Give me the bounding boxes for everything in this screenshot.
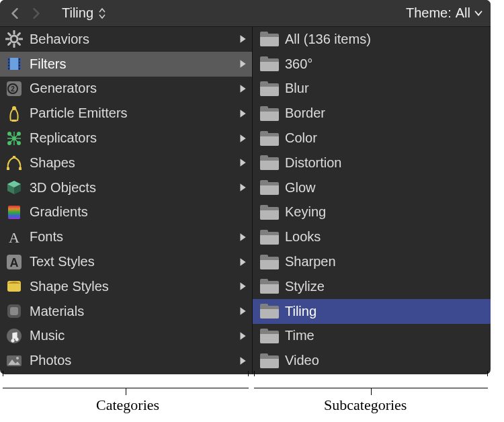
category-row-particle-emitters[interactable]: Particle Emitters	[0, 101, 252, 126]
subcategory-row-tiling[interactable]: Tiling	[253, 299, 491, 324]
disclosure-triangle-icon	[239, 183, 247, 192]
svg-rect-15	[11, 120, 17, 122]
disclosure-triangle-icon	[239, 34, 247, 44]
subcategory-row-all[interactable]: All (136 items)	[253, 27, 491, 52]
subcategory-label: Time	[285, 328, 485, 343]
category-label: Behaviors	[30, 32, 233, 47]
svg-rect-23	[13, 156, 15, 159]
disclosure-triangle-icon	[239, 59, 247, 69]
disclosure-triangle-icon	[239, 306, 247, 316]
theme-dropdown[interactable]: Theme: All	[406, 5, 482, 21]
category-row-gradients[interactable]: Gradients	[0, 200, 252, 225]
breadcrumb[interactable]: Tiling	[62, 5, 106, 21]
category-label: Replicators	[30, 130, 233, 146]
folder-icon	[259, 227, 280, 247]
svg-point-0	[11, 36, 17, 42]
category-label: Generators	[30, 81, 233, 96]
disclosure-triangle-icon	[239, 257, 247, 267]
disclosure-triangle-icon	[239, 158, 247, 167]
subcategory-label: Blur	[285, 81, 485, 96]
category-row-materials[interactable]: Materials	[0, 299, 252, 324]
subcategory-label: Glow	[285, 180, 485, 196]
folder-icon	[259, 301, 280, 321]
category-row-fonts[interactable]: AFonts	[0, 224, 252, 249]
category-row-shape-styles[interactable]: Shape Styles	[0, 274, 252, 299]
material-icon	[4, 301, 24, 321]
folder-icon	[259, 202, 280, 222]
category-label: Materials	[30, 304, 233, 319]
subcategory-row-glow[interactable]: Glow	[253, 175, 491, 200]
category-label: Shape Styles	[30, 279, 233, 294]
music-icon	[4, 326, 24, 346]
text-style-icon: A	[4, 252, 24, 272]
back-button[interactable]	[4, 3, 26, 24]
category-label: 3D Objects	[30, 180, 233, 196]
categories-bracket	[3, 376, 249, 388]
subcategory-row-distortion[interactable]: Distortion	[253, 151, 491, 175]
subcategory-label: Border	[285, 106, 485, 121]
folder-icon	[259, 326, 280, 346]
category-row-text-styles[interactable]: AText Styles	[0, 249, 252, 274]
shape-icon	[4, 153, 24, 173]
subcategory-row-looks[interactable]: Looks	[253, 224, 491, 249]
disclosure-triangle-icon	[239, 356, 247, 366]
category-row-music[interactable]: Music	[0, 324, 252, 349]
font-a-icon: A	[4, 227, 24, 247]
numbered-icon: 2	[4, 79, 24, 99]
updown-icon	[99, 8, 106, 19]
category-row-generators[interactable]: 2Generators	[0, 77, 252, 101]
subcategory-row-blur[interactable]: Blur	[253, 77, 491, 101]
folder-icon	[259, 351, 280, 371]
subcategory-row-time[interactable]: Time	[253, 324, 491, 349]
cube-icon	[4, 177, 24, 198]
svg-rect-2	[10, 58, 18, 70]
subcategory-row-sharpen[interactable]: Sharpen	[253, 249, 491, 274]
folder-icon	[259, 177, 280, 198]
toolbar: Tiling Theme: All	[0, 0, 491, 27]
breadcrumb-label: Tiling	[62, 5, 93, 21]
gradient-icon	[4, 202, 24, 222]
folder-icon	[259, 103, 280, 124]
subcategories-annotation: Subcategories	[324, 396, 407, 414]
folder-icon	[259, 276, 280, 296]
subcategory-label: Tiling	[285, 304, 485, 319]
folder-icon	[259, 79, 280, 99]
shape-style-icon	[4, 276, 24, 296]
subcategory-row-stylize[interactable]: Stylize	[253, 274, 491, 299]
subcategory-label: Color	[285, 130, 485, 146]
category-label: Text Styles	[30, 254, 233, 269]
category-row-replicators[interactable]: Replicators	[0, 126, 252, 151]
category-row-3d-objects[interactable]: 3D Objects	[0, 175, 252, 200]
disclosure-triangle-icon	[239, 233, 247, 242]
gear-icon	[4, 29, 24, 49]
disclosure-triangle-icon	[239, 134, 247, 143]
subcategories-bracket	[254, 376, 488, 388]
svg-rect-21	[7, 167, 9, 170]
svg-text:A: A	[10, 256, 19, 269]
svg-rect-8	[19, 65, 20, 67]
forward-button[interactable]	[26, 3, 47, 24]
category-label: Filters	[30, 56, 233, 72]
subcategory-row-color[interactable]: Color	[253, 126, 491, 151]
disclosure-triangle-icon	[239, 84, 247, 93]
folder-icon	[259, 29, 280, 49]
subcategory-label: All (136 items)	[285, 32, 485, 47]
svg-rect-3	[8, 58, 9, 60]
disclosure-triangle-icon	[239, 109, 247, 118]
subcategory-row-border[interactable]: Border	[253, 101, 491, 126]
category-row-shapes[interactable]: Shapes	[0, 151, 252, 175]
folder-icon	[259, 54, 280, 74]
subcategories-pane: All (136 items)360°BlurBorderColorDistor…	[253, 27, 491, 374]
filmstrip-icon	[4, 54, 24, 74]
category-row-filters[interactable]: Filters	[0, 52, 252, 77]
subcategory-row-video[interactable]: Video	[253, 348, 491, 373]
subcategory-label: Distortion	[285, 155, 485, 171]
library-browser: Tiling Theme: All BehaviorsFilters2Gener…	[0, 0, 491, 374]
category-row-behaviors[interactable]: Behaviors	[0, 27, 252, 52]
svg-text:A: A	[9, 229, 19, 246]
svg-rect-22	[19, 167, 22, 170]
subcategory-label: Keying	[285, 204, 485, 220]
category-row-photos[interactable]: Photos	[0, 348, 252, 373]
subcategory-row-360[interactable]: 360°	[253, 52, 491, 77]
subcategory-row-keying[interactable]: Keying	[253, 200, 491, 225]
